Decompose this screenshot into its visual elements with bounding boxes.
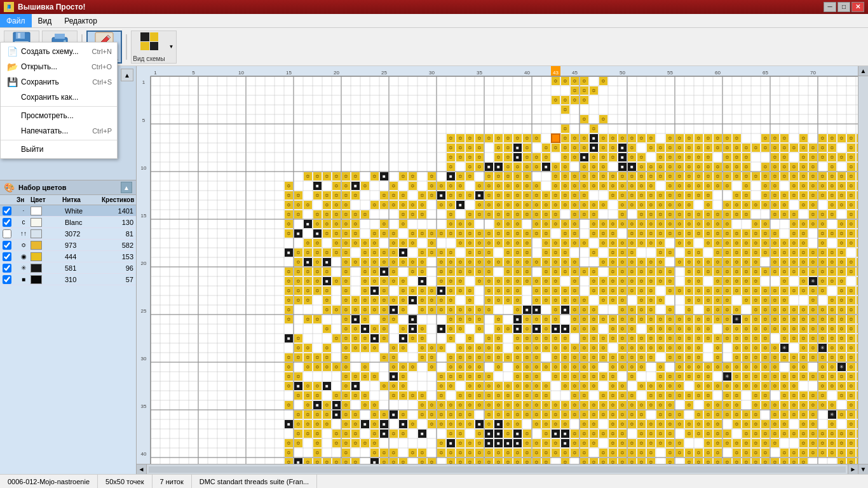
title-bar-text: Вышивка Просто! bbox=[18, 3, 86, 11]
palette-count-581: 96 bbox=[102, 264, 133, 272]
menu-saveas[interactable]: Сохранить как... bbox=[1, 90, 117, 105]
palette-check-blanc[interactable] bbox=[3, 218, 11, 227]
title-bar-controls: ─ □ ✕ bbox=[824, 2, 864, 12]
new-icon: 📄 bbox=[6, 46, 18, 57]
palette-sym-973: ≎ bbox=[17, 241, 31, 248]
menu-editor[interactable]: Редактор bbox=[58, 14, 104, 27]
palette-row-444[interactable]: ◉ 444 153 bbox=[0, 251, 136, 262]
palette-count-blanc: 130 bbox=[102, 219, 133, 226]
palette-row-973[interactable]: ≎ 973 582 bbox=[0, 240, 136, 251]
palette-swatch-white bbox=[31, 207, 42, 215]
palette-title: Набор цветов bbox=[18, 184, 66, 191]
palette-swatch-444 bbox=[31, 252, 42, 261]
palette-sym-581: ✳ bbox=[17, 264, 31, 271]
col-symbol: Зн bbox=[17, 196, 31, 203]
palette-row-581[interactable]: ✳ 581 96 bbox=[0, 262, 136, 274]
scroll-up-button-right[interactable]: ▲ bbox=[858, 66, 868, 76]
palette-name-444: 444 bbox=[62, 253, 102, 261]
menu-open[interactable]: 📂 Открыть... Ctrl+O bbox=[1, 59, 117, 74]
scroll-left-button[interactable]: ◄ bbox=[137, 464, 147, 475]
palette-check-973[interactable] bbox=[3, 241, 11, 250]
menu-print[interactable]: Напечатать... Ctrl+P bbox=[1, 123, 117, 139]
palette-row-310[interactable]: ■ 310 57 bbox=[0, 274, 136, 285]
status-threads: 7 ниток bbox=[153, 475, 192, 488]
palette-sym-white: · bbox=[17, 207, 31, 214]
palette-sym-3072: ↑↑ bbox=[17, 230, 31, 237]
divider-2 bbox=[1, 140, 117, 140]
viewscheme-toolbar-icon: + bbox=[139, 31, 159, 54]
menu-file[interactable]: Файл bbox=[0, 14, 32, 27]
viewscheme-arrow-button[interactable]: ▼ bbox=[166, 30, 177, 64]
status-suite: DMC standart threads suite (Fran... bbox=[192, 475, 317, 488]
svg-rect-2 bbox=[18, 33, 20, 38]
menu-view[interactable]: Вид bbox=[32, 14, 58, 27]
palette-count-444: 153 bbox=[102, 253, 133, 261]
palette-list: · White 1401 с Blanc 130 ↑↑ 3072 81 bbox=[0, 205, 136, 474]
status-size: 50x50 точек bbox=[98, 475, 152, 488]
palette-name-973: 973 bbox=[62, 241, 102, 249]
palette-check-white[interactable] bbox=[3, 207, 11, 215]
palette-swatch-973 bbox=[31, 241, 42, 250]
bottom-scrollbar[interactable]: ◄ ► bbox=[137, 464, 858, 474]
menu-exit[interactable]: Выйти bbox=[1, 142, 117, 157]
svg-rect-13 bbox=[140, 42, 149, 50]
viewscheme-toolbar-label: Вид схемы bbox=[133, 55, 165, 62]
menu-save[interactable]: 💾 Сохранить Ctrl+S bbox=[1, 74, 117, 90]
title-bar: 🧵 Вышивка Просто! ─ □ ✕ bbox=[0, 0, 868, 14]
palette-swatch-581 bbox=[31, 264, 42, 273]
file-dropdown: 📄 Создать схему... Ctrl+N 📂 Открыть... C… bbox=[0, 42, 118, 159]
toolbar: Сохранить Напечатать... Рисовать bbox=[0, 28, 868, 66]
toolbar-viewscheme-button[interactable]: + Вид схемы bbox=[131, 30, 166, 64]
palette-count-973: 582 bbox=[102, 241, 133, 249]
palette-check-310[interactable] bbox=[3, 275, 11, 284]
print-icon bbox=[6, 125, 18, 137]
menu-new[interactable]: 📄 Создать схему... Ctrl+N bbox=[1, 44, 117, 59]
palette-sym-310: ■ bbox=[17, 276, 31, 283]
menu-bar: Файл Вид Редактор 📄 Создать схему... Ctr… bbox=[0, 14, 868, 28]
palette-sym-444: ◉ bbox=[17, 253, 31, 260]
palette-header: 🎨 Набор цветов ▲ bbox=[0, 180, 136, 195]
v-scrollbar-track[interactable] bbox=[858, 76, 868, 464]
menu-preview[interactable]: Просмотреть... bbox=[1, 108, 117, 123]
palette-name-blanc: Blanc bbox=[62, 219, 102, 226]
palette-collapse-button[interactable]: ▲ bbox=[121, 182, 132, 193]
palette-swatch-310 bbox=[31, 275, 42, 284]
palette-swatch-3072 bbox=[31, 229, 42, 238]
status-bar: 0006-012-Mojo-nastroenie 50x50 точек 7 н… bbox=[0, 474, 868, 488]
open-icon: 📂 bbox=[6, 61, 18, 72]
preview-icon bbox=[6, 110, 18, 121]
exit-icon bbox=[6, 144, 18, 155]
saveas-icon bbox=[6, 92, 18, 103]
save-icon: 💾 bbox=[6, 76, 18, 88]
palette-row-3072[interactable]: ↑↑ 3072 81 bbox=[0, 228, 136, 240]
main-content: ▲ 🎨 Набор цветов ▲ Зн Цвет Нитка Крестик… bbox=[0, 66, 868, 474]
palette-row-blanc[interactable]: с Blanc 130 bbox=[0, 217, 136, 228]
stitch-canvas[interactable] bbox=[137, 66, 858, 464]
toolbar-separator-2 bbox=[126, 34, 127, 60]
maximize-button[interactable]: □ bbox=[837, 2, 850, 12]
status-filename: 0006-012-Mojo-nastroenie bbox=[5, 475, 98, 488]
h-scrollbar-track[interactable] bbox=[149, 466, 846, 473]
palette-count-310: 57 bbox=[102, 276, 133, 283]
palette-swatch-blanc bbox=[31, 218, 42, 227]
scroll-up-button[interactable]: ▲ bbox=[121, 69, 133, 81]
grid-scroll-area[interactable] bbox=[137, 66, 858, 464]
palette-check-3072[interactable] bbox=[3, 229, 11, 238]
minimize-button[interactable]: ─ bbox=[824, 2, 836, 12]
palette-check-444[interactable] bbox=[3, 252, 11, 261]
palette-check-581[interactable] bbox=[3, 264, 11, 273]
close-button[interactable]: ✕ bbox=[851, 2, 864, 12]
palette-icon: 🎨 bbox=[4, 182, 15, 193]
col-thread: Нитка bbox=[62, 196, 102, 203]
grid-container[interactable]: ◄ ► bbox=[137, 66, 858, 474]
palette-row-white[interactable]: · White 1401 bbox=[0, 205, 136, 217]
scroll-down-button-right[interactable]: ▼ bbox=[858, 464, 868, 474]
right-scrollbar[interactable]: ▲ ▼ bbox=[858, 66, 868, 474]
title-bar-icon: 🧵 bbox=[4, 2, 14, 12]
svg-rect-11 bbox=[140, 32, 149, 41]
scroll-right-button[interactable]: ► bbox=[848, 464, 858, 475]
svg-rect-14 bbox=[150, 42, 158, 50]
svg-text:+: + bbox=[151, 34, 154, 41]
viewscheme-group: + Вид схемы ▼ bbox=[131, 30, 177, 64]
col-count: Крестиков bbox=[102, 196, 133, 203]
